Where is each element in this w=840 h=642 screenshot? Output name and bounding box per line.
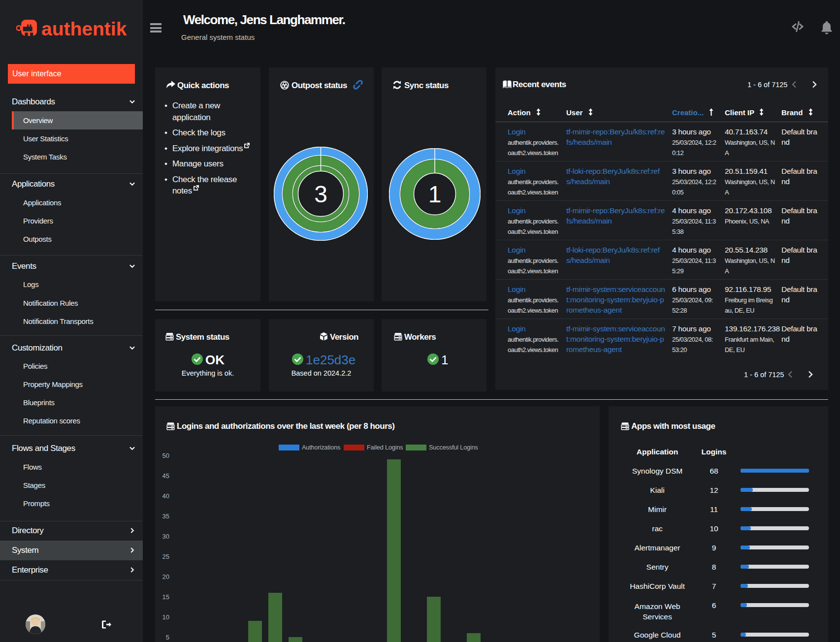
svg-text:1: 1 [428,181,442,207]
svg-text:authentik: authentik [41,18,127,39]
svg-text:3: 3 [314,181,327,207]
